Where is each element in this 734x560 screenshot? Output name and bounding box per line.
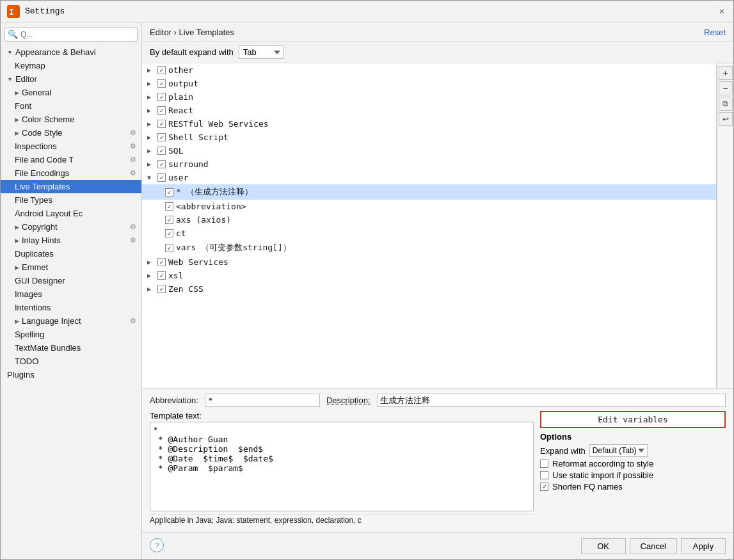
sidebar-item-label: Editor (15, 74, 37, 84)
template-textarea[interactable]: * * @Author Guan * @Description $end$ * … (150, 422, 534, 511)
sidebar-item-images[interactable]: Images (1, 287, 141, 301)
sidebar-item-file-code-templates[interactable]: File and Code T ⚙ (1, 153, 141, 166)
sidebar-item-duplicates[interactable]: Duplicates (1, 247, 141, 260)
sidebar-item-copyright[interactable]: ▶ Copyright ⚙ (1, 220, 141, 234)
checkbox-restful[interactable] (157, 120, 166, 128)
list-item[interactable]: ▶ other (142, 63, 716, 77)
edit-variables-button[interactable]: Edit variables (540, 411, 726, 428)
sidebar-item-editor[interactable]: ▼ Editor (1, 72, 141, 86)
abbreviation-input[interactable] (205, 394, 320, 407)
title-bar-left: I Settings (7, 5, 65, 18)
checkbox-ct[interactable] (165, 229, 173, 237)
add-button[interactable]: + (719, 66, 733, 80)
list-item-axs[interactable]: axs (axios) (142, 213, 716, 227)
sidebar-item-language-injections[interactable]: ▶ Language Inject ⚙ (1, 314, 141, 328)
checkbox-shorten-fq[interactable] (540, 483, 548, 491)
checkbox-other[interactable] (157, 66, 166, 74)
sidebar-item-android-layout[interactable]: Android Layout Ec (1, 207, 141, 220)
list-item-xsl[interactable]: ▶ xsl (142, 269, 716, 282)
bottom-panel: Abbreviation: Description: Template text… (142, 388, 733, 532)
checkbox-plain[interactable] (157, 93, 166, 101)
item-label: Web Services (168, 257, 228, 267)
dialog-footer: ? OK Cancel Apply (142, 532, 733, 559)
sidebar-item-live-templates[interactable]: Live Templates (1, 180, 141, 193)
item-label: Shell Script (168, 132, 228, 142)
search-box[interactable]: 🔍 (4, 28, 138, 42)
list-item-zencss[interactable]: ▶ Zen CSS (142, 282, 716, 296)
list-item[interactable]: ▶ RESTful Web Services (142, 117, 716, 131)
list-item-user[interactable]: ▼ user (142, 171, 716, 184)
checkbox-zencss[interactable] (157, 285, 166, 293)
chevron-right-icon: ▶ (147, 107, 155, 114)
search-input[interactable] (20, 30, 134, 39)
close-icon[interactable]: ✕ (717, 6, 727, 17)
remove-button[interactable]: − (719, 81, 733, 95)
checkbox-axs[interactable] (165, 216, 173, 224)
options-box: Options Expand with Default (Tab) Tab En… (540, 432, 726, 493)
list-item-star[interactable]: * （生成方法注释） (142, 184, 716, 200)
sidebar-item-label: Live Templates (15, 182, 70, 191)
apply-button[interactable]: Apply (681, 538, 726, 554)
sidebar-item-color-scheme[interactable]: ▶ Color Scheme (1, 113, 141, 126)
checkbox-webservices[interactable] (157, 258, 166, 266)
list-item[interactable]: ▶ SQL (142, 144, 716, 157)
title-bar: I Settings ✕ (1, 1, 733, 22)
list-item-ct[interactable]: ct (142, 227, 716, 240)
sidebar-item-spelling[interactable]: Spelling (1, 328, 141, 341)
sidebar-item-font[interactable]: Font (1, 99, 141, 113)
list-item-abbreviation[interactable]: <abbreviation> (142, 200, 716, 213)
copy-button[interactable]: ⧉ (719, 97, 733, 111)
checkbox-user[interactable] (157, 173, 166, 182)
list-item[interactable]: ▶ React (142, 104, 716, 117)
help-button[interactable]: ? (150, 538, 164, 552)
sidebar-item-inspections[interactable]: Inspections ⚙ (1, 140, 141, 153)
cancel-button[interactable]: Cancel (630, 538, 677, 554)
list-item-webservices[interactable]: ▶ Web Services (142, 255, 716, 269)
checkbox-static-import[interactable] (540, 471, 548, 479)
ok-button[interactable]: OK (581, 538, 626, 554)
checkbox-surround[interactable] (157, 160, 166, 168)
checkbox-output[interactable] (157, 79, 166, 88)
sidebar-item-general[interactable]: ▶ General (1, 86, 141, 99)
sidebar-item-file-encodings[interactable]: File Encodings ⚙ (1, 166, 141, 180)
sidebar-item-inlay-hints[interactable]: ▶ Inlay Hints ⚙ (1, 234, 141, 247)
reset-link[interactable]: Reset (704, 28, 726, 37)
item-label: * （生成方法注释） (176, 186, 253, 198)
sidebar-item-label: Language Inject (22, 316, 81, 326)
checkbox-xsl[interactable] (157, 271, 166, 280)
sidebar-item-code-style[interactable]: ▶ Code Style ⚙ (1, 126, 141, 140)
item-label: ct (176, 228, 186, 238)
sidebar-item-label: Color Scheme (22, 115, 74, 124)
template-text-right: Edit variables Options Expand with Defau… (540, 411, 726, 525)
sidebar-item-intentions[interactable]: Intentions (1, 301, 141, 314)
sidebar-item-gui-designer[interactable]: GUI Designer (1, 274, 141, 287)
checkbox-star[interactable] (165, 188, 173, 196)
list-item[interactable]: ▶ Shell Script (142, 131, 716, 144)
checkbox-vars[interactable] (165, 244, 173, 252)
expand-with-dropdown[interactable]: Default (Tab) Tab Enter (589, 444, 648, 457)
list-item-vars[interactable]: vars （可变参数string[]） (142, 240, 716, 255)
description-input[interactable] (377, 394, 726, 407)
sidebar-item-appearance[interactable]: ▼ Appearance & Behavi (1, 45, 141, 59)
expand-dropdown[interactable]: Tab Enter Space (239, 45, 283, 59)
sidebar-item-textmate-bundles[interactable]: TextMate Bundles (1, 341, 141, 355)
sidebar-item-file-types[interactable]: File Types (1, 193, 141, 207)
chevron-right-icon: ▶ (15, 318, 19, 324)
revert-button[interactable]: ↩ (719, 112, 733, 126)
sidebar-item-keymap[interactable]: Keymap (1, 59, 141, 72)
sidebar-item-label: Emmet (22, 262, 48, 272)
chevron-down-icon: ▼ (147, 174, 155, 181)
list-item[interactable]: ▶ surround (142, 157, 716, 171)
sidebar-item-emmet[interactable]: ▶ Emmet (1, 260, 141, 274)
checkbox-reformat[interactable] (540, 460, 548, 468)
sidebar-item-plugins[interactable]: Plugins (1, 368, 141, 381)
checkbox-sql[interactable] (157, 147, 166, 155)
checkbox-abbreviation[interactable] (165, 202, 173, 211)
list-item[interactable]: ▶ output (142, 77, 716, 90)
checkbox-shell[interactable] (157, 133, 166, 141)
item-label: user (168, 173, 188, 182)
checkbox-react[interactable] (157, 106, 166, 115)
list-item[interactable]: ▶ plain (142, 90, 716, 104)
sidebar-item-todo[interactable]: TODO (1, 355, 141, 368)
search-icon: 🔍 (8, 29, 18, 40)
